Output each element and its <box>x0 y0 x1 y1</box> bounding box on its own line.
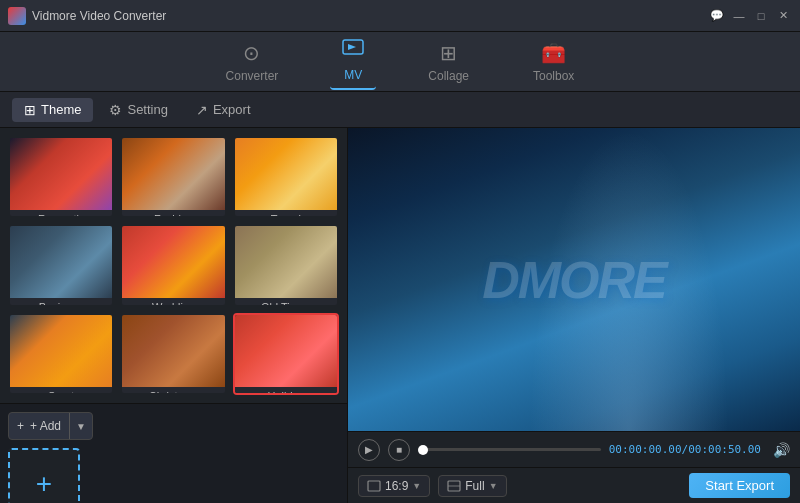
theme-label-romantic: Romantic <box>10 210 112 218</box>
bottom-bar: 16:9 ▼ Full ▼ Start Export <box>348 467 800 503</box>
theme-label-holiday: Holiday <box>235 387 337 395</box>
play-button[interactable]: ▶ <box>358 439 380 461</box>
toolbox-icon: 🧰 <box>541 41 566 65</box>
setting-icon: ⚙ <box>109 102 122 118</box>
theme-travel[interactable]: Travel <box>233 136 339 218</box>
nav-converter-label: Converter <box>226 69 279 83</box>
add-button-label: + + Add <box>9 419 69 433</box>
theme-thumb-oldtimes <box>235 226 337 298</box>
nav-mv[interactable]: MV <box>330 33 376 90</box>
theme-thumb-christmas <box>122 315 224 387</box>
tab-export-label: Export <box>213 102 251 117</box>
theme-label-travel: Travel <box>235 210 337 218</box>
main-area: Romantic Fashion Travel Business Wedding <box>0 128 800 503</box>
left-panel: Romantic Fashion Travel Business Wedding <box>0 128 348 503</box>
nav-converter[interactable]: ⊙ Converter <box>214 35 291 89</box>
theme-thumb-travel <box>235 138 337 210</box>
theme-label-business: Business <box>10 298 112 306</box>
aspect-ratio-value: 16:9 <box>385 479 408 493</box>
tab-setting[interactable]: ⚙ Setting <box>97 98 179 122</box>
theme-thumb-fashion <box>122 138 224 210</box>
quality-select[interactable]: Full ▼ <box>438 475 506 497</box>
mv-icon <box>342 39 364 64</box>
theme-thumb-sport <box>10 315 112 387</box>
theme-fashion[interactable]: Fashion <box>120 136 226 218</box>
aspect-ratio-select[interactable]: 16:9 ▼ <box>358 475 430 497</box>
theme-grid: Romantic Fashion Travel Business Wedding <box>0 128 347 403</box>
theme-label-fashion: Fashion <box>122 210 224 218</box>
start-export-button[interactable]: Start Export <box>689 473 790 498</box>
volume-icon[interactable]: 🔊 <box>773 442 790 458</box>
window-controls: 💬 — □ ✕ <box>708 7 792 25</box>
theme-business[interactable]: Business <box>8 224 114 306</box>
theme-icon: ⊞ <box>24 102 36 118</box>
add-label-text: + Add <box>30 419 61 433</box>
app-icon <box>8 7 26 25</box>
aspect-icon <box>367 480 381 492</box>
theme-label-christmas: Christmas <box>122 387 224 395</box>
maximize-btn[interactable]: □ <box>752 7 770 25</box>
nav-collage[interactable]: ⊞ Collage <box>416 35 481 89</box>
sub-toolbar: ⊞ Theme ⚙ Setting ↗ Export <box>0 92 800 128</box>
plus-icon: + <box>17 419 24 433</box>
close-btn[interactable]: ✕ <box>774 7 792 25</box>
theme-holiday[interactable]: Holiday <box>233 313 339 395</box>
theme-thumb-wedding <box>122 226 224 298</box>
export-icon: ↗ <box>196 102 208 118</box>
nav-collage-label: Collage <box>428 69 469 83</box>
nav-toolbox[interactable]: 🧰 Toolbox <box>521 35 586 89</box>
theme-label-sport: Sport <box>10 387 112 395</box>
nav-toolbox-label: Toolbox <box>533 69 574 83</box>
right-panel: DMORE ▶ ■ 00:00:00.00/00:00:50.00 🔊 16:9… <box>348 128 800 503</box>
quality-icon <box>447 480 461 492</box>
add-button[interactable]: + + Add ▼ <box>8 412 93 440</box>
stop-button[interactable]: ■ <box>388 439 410 461</box>
svg-rect-1 <box>368 481 380 491</box>
theme-thumb-business <box>10 226 112 298</box>
preview-watermark: DMORE <box>482 250 666 310</box>
theme-label-oldtimes: Old Times <box>235 298 337 306</box>
collage-icon: ⊞ <box>440 41 457 65</box>
add-dropdown-icon[interactable]: ▼ <box>69 413 92 439</box>
theme-sport[interactable]: Sport <box>8 313 114 395</box>
add-media-icon: + <box>36 470 52 498</box>
theme-christmas[interactable]: Christmas <box>120 313 226 395</box>
theme-wedding[interactable]: Wedding <box>120 224 226 306</box>
minimize-btn[interactable]: — <box>730 7 748 25</box>
theme-oldtimes[interactable]: Old Times <box>233 224 339 306</box>
quality-chevron-icon: ▼ <box>489 481 498 491</box>
titlebar: Vidmore Video Converter 💬 — □ ✕ <box>0 0 800 32</box>
quality-value: Full <box>465 479 484 493</box>
theme-thumb-romantic <box>10 138 112 210</box>
tab-theme[interactable]: ⊞ Theme <box>12 98 93 122</box>
theme-label-wedding: Wedding <box>122 298 224 306</box>
nav-mv-label: MV <box>344 68 362 82</box>
top-navigation: ⊙ Converter MV ⊞ Collage 🧰 Toolbox <box>0 32 800 92</box>
aspect-chevron-icon: ▼ <box>412 481 421 491</box>
player-controls: ▶ ■ 00:00:00.00/00:00:50.00 🔊 <box>348 431 800 467</box>
bottom-panel: + + Add ▼ + <box>0 403 347 503</box>
chat-btn[interactable]: 💬 <box>708 7 726 25</box>
tab-setting-label: Setting <box>127 102 167 117</box>
tab-export[interactable]: ↗ Export <box>184 98 263 122</box>
progress-bar[interactable] <box>418 448 601 451</box>
media-placeholder[interactable]: + <box>8 448 80 503</box>
progress-handle[interactable] <box>418 445 428 455</box>
time-display: 00:00:00.00/00:00:50.00 <box>609 443 761 456</box>
converter-icon: ⊙ <box>243 41 260 65</box>
tab-theme-label: Theme <box>41 102 81 117</box>
app-title: Vidmore Video Converter <box>32 9 708 23</box>
theme-romantic[interactable]: Romantic <box>8 136 114 218</box>
video-preview: DMORE <box>348 128 800 431</box>
theme-thumb-holiday <box>235 315 337 387</box>
